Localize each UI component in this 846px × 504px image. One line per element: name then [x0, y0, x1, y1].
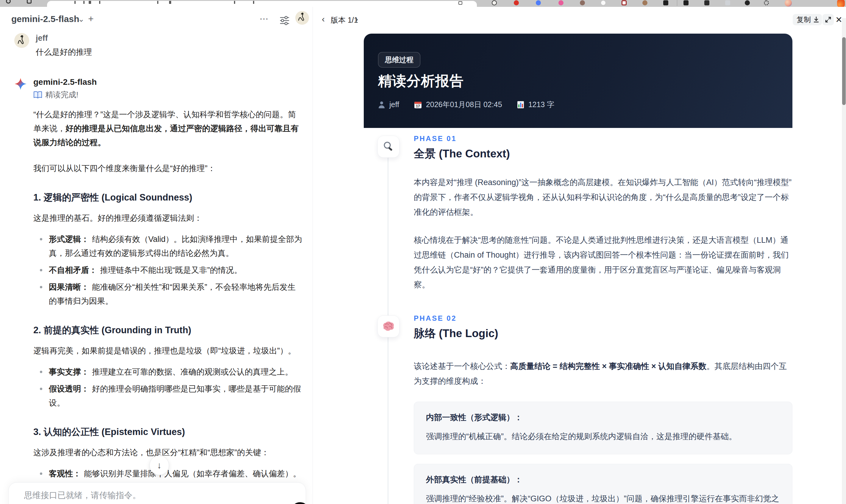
- version-next-button[interactable]: ›: [355, 14, 358, 24]
- version-label: 版本 1/1: [331, 15, 358, 25]
- report-title: 精读分析报告: [378, 72, 464, 90]
- model-selector[interactable]: gemini-2.5-flash: [11, 14, 79, 24]
- report-body: PHASE 01 全景 (The Context) 本内容是对“推理 (Reas…: [364, 128, 792, 504]
- chat-messages: jeff 什么是好的推理 gemini-2.5-flash 精读完成! “什么是…: [14, 33, 305, 504]
- expand-button[interactable]: [823, 14, 834, 25]
- list-item: 客观性：能够识别并尽量排除个人偏见（如幸存者偏差、确认偏差）。: [49, 467, 303, 481]
- extension-icon[interactable]: [559, 0, 564, 5]
- avatar: [14, 33, 29, 48]
- svg-text:17: 17: [416, 104, 420, 108]
- person-icon: [378, 101, 385, 109]
- bullet-list: 事实支撑：推理建立在可靠的数据、准确的观测或公认的真理之上。 假设透明：好的推理…: [33, 365, 303, 410]
- section-heading: 1. 逻辑的严密性 (Logical Soundness): [33, 192, 303, 203]
- chat-panel: gemini-2.5-flash ⌄ + ⋯ jeff 什么是好的推理: [0, 7, 313, 504]
- dimension-card: 内部一致性（形式逻辑）： 强调推理的“机械正确”。结论必须在给定的规则系统内逻辑…: [414, 402, 792, 454]
- extension-icon[interactable]: [725, 0, 730, 5]
- browser-profile-avatar[interactable]: [785, 0, 792, 6]
- phase-kicker: PHASE 02: [414, 314, 792, 323]
- extension-icon[interactable]: [684, 0, 689, 5]
- phase-title: 全景 (The Context): [414, 146, 792, 161]
- extension-icon[interactable]: [663, 0, 668, 5]
- chevron-down-icon[interactable]: ⌄: [78, 15, 85, 24]
- browser-grid-icon[interactable]: [27, 0, 32, 4]
- section-heading: 2. 前提的真实性 (Grounding in Truth): [33, 324, 303, 336]
- browser-brand-icon[interactable]: [837, 0, 845, 7]
- author-name: jeff: [36, 33, 305, 43]
- close-icon: ✕: [835, 15, 842, 25]
- tune-settings-icon[interactable]: [279, 15, 290, 26]
- meta-wordcount: 1213 字: [528, 100, 554, 109]
- meta-date: 2026年01月08日 02:45: [426, 100, 502, 109]
- extension-icon[interactable]: [745, 0, 750, 5]
- bookmark-star-icon[interactable]: [458, 1, 462, 5]
- voice-waveform-button[interactable]: [291, 502, 309, 504]
- bullet-list: 形式逻辑：结构必须有效（Valid）。比如演绎推理中，如果前提全部为真，那么通过…: [33, 232, 303, 308]
- browser-nav-icon[interactable]: [6, 0, 11, 4]
- document-panel: ‹ 版本 1/1 › 复制 ✕ 思维过程 精读分析报告 jeff 17 2026…: [313, 7, 846, 504]
- browser-tabstrip: [0, 0, 846, 7]
- version-prev-button[interactable]: ‹: [322, 14, 325, 24]
- extension-icon[interactable]: [536, 0, 541, 5]
- status-text: 精读完成!: [45, 90, 78, 100]
- extension-icon[interactable]: [621, 0, 627, 5]
- scroll-to-bottom-button[interactable]: ↓: [149, 455, 169, 475]
- user-avatar[interactable]: [295, 11, 309, 25]
- scrollbar-track[interactable]: [842, 18, 846, 504]
- phase-title: 脉络 (The Logic): [414, 326, 792, 341]
- new-chat-button[interactable]: +: [88, 13, 94, 24]
- book-icon: [33, 91, 42, 99]
- phase-paragraph: 核心情境在于解决“思考的随意性”问题。不论是人类通过批判性思维进行决策，还是大语…: [414, 233, 792, 292]
- phase-section: PHASE 02 脉络 (The Logic) 该论述基于一个核心公式：高质量结…: [364, 314, 792, 504]
- assistant-message: gemini-2.5-flash 精读完成! “什么是好的推理？”这是一个涉及逻…: [14, 77, 305, 504]
- status-line: 精读完成!: [33, 90, 303, 100]
- list-item: 不自相矛盾：推理链条中不能出现“既是又非”的情况。: [49, 263, 303, 277]
- extension-icon[interactable]: [642, 0, 648, 5]
- extension-icon[interactable]: [764, 0, 769, 5]
- list-item: 形式逻辑：结构必须有效（Valid）。比如演绎推理中，如果前提全部为真，那么通过…: [49, 232, 303, 260]
- list-item: 因果清晰：能准确区分“相关性”和“因果关系”，不会轻率地将先后发生的事情归为因果…: [49, 280, 303, 308]
- message-text: 什么是好的推理: [36, 46, 305, 58]
- report-meta: jeff 17 2026年01月08日 02:45 1213 字: [378, 100, 554, 109]
- download-button[interactable]: [811, 14, 822, 25]
- composer: +: [8, 482, 306, 504]
- meta-author: jeff: [389, 100, 399, 109]
- magnifier-icon: [377, 136, 400, 158]
- report-badge: 思维过程: [378, 52, 420, 68]
- calendar-icon: 17: [414, 101, 422, 109]
- brain-icon: [377, 316, 400, 337]
- gemini-star-icon: [14, 78, 27, 90]
- report-header: 思维过程 精读分析报告 jeff 17 2026年01月08日 02:45 12…: [364, 34, 792, 128]
- arrow-down-icon: ↓: [157, 460, 162, 470]
- phase-kicker: PHASE 01: [414, 134, 792, 143]
- bar-chart-icon: [517, 101, 524, 109]
- extension-icon[interactable]: [704, 0, 709, 5]
- dimension-card: 外部真实性（前提基础）： 强调推理的“经验校准”。解决“GIGO（垃圾进，垃圾出…: [414, 464, 792, 504]
- scrollbar-thumb[interactable]: [842, 37, 846, 105]
- assistant-markdown: “什么是好的推理？”这是一个涉及逻辑学、认知科学和哲学核心的问题。简单来说，好的…: [33, 108, 303, 504]
- list-item: 事实支撑：推理建立在可靠的数据、准确的观测或公认的真理之上。: [49, 365, 303, 379]
- extension-icon[interactable]: [601, 0, 606, 5]
- section-heading: 3. 认知的公正性 (Epistemic Virtues): [33, 426, 303, 438]
- expand-icon: [825, 16, 832, 23]
- user-message: jeff 什么是好的推理: [14, 33, 305, 58]
- more-menu-button[interactable]: ⋯: [260, 13, 269, 24]
- phase-paragraph: 该论述基于一个核心公式：高质量结论 = 结构完整性 × 事实准确性 × 认知自律…: [414, 359, 792, 389]
- extension-icon[interactable]: [580, 0, 585, 5]
- list-item: 假设透明：好的推理会明确指明哪些是已知事实，哪些是基于可能的假设。: [49, 382, 303, 410]
- download-icon: [813, 16, 820, 23]
- phase-section: PHASE 01 全景 (The Context) 本内容是对“推理 (Reas…: [364, 134, 792, 292]
- extension-icon[interactable]: [514, 0, 519, 5]
- extension-icon[interactable]: [492, 0, 497, 5]
- prompt-input[interactable]: [23, 490, 287, 500]
- browser-tab[interactable]: [47, 1, 477, 7]
- model-name: gemini-2.5-flash: [33, 77, 303, 87]
- phase-paragraph: 本内容是对“推理 (Reasoning)”这一抽象概念的高层建模。在知识爆炸与人…: [414, 175, 792, 220]
